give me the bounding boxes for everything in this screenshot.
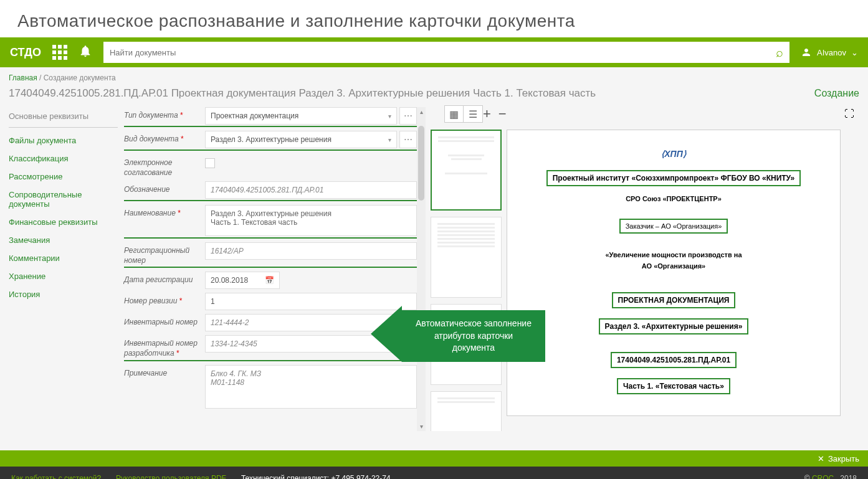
close-icon: ✕ xyxy=(818,454,824,463)
grid-view-button[interactable]: ▦ xyxy=(445,106,464,122)
chevron-down-icon: ⌄ xyxy=(851,48,858,57)
invdev-label: Инвентарный номер разработчика xyxy=(124,339,198,358)
regdate-label: Дата регистрации xyxy=(124,272,205,285)
kind-label: Вид документа xyxy=(124,135,179,143)
close-label: Закрыть xyxy=(828,454,859,463)
page-thumbnails xyxy=(426,107,507,431)
preview-org2: СРО Союз «ПРОЕКТЦЕНТР» xyxy=(532,195,815,202)
sidebar-item-remarks[interactable]: Замечания xyxy=(9,231,118,249)
code-input[interactable]: 17404049.4251005.281.ПД.АР.01 xyxy=(205,181,417,199)
regnum-label: Регистрационный номер xyxy=(124,242,205,265)
eapprove-label: Электронное согласование xyxy=(124,154,205,178)
sidebar-item-main[interactable]: Основные реквизиты xyxy=(9,107,118,128)
type-more-button[interactable]: ⋯ xyxy=(399,107,417,125)
form-column: Тип документа * Проектная документация▾ … xyxy=(118,107,417,431)
list-view-button[interactable]: ☰ xyxy=(464,106,482,122)
document-status: Создание xyxy=(814,88,859,99)
footer-support: Технический специалист: +7 495 974-22-74 xyxy=(241,474,391,479)
callout: Автоматическое заполнение атрибутов карт… xyxy=(402,310,545,362)
view-toggle: ▦ ☰ xyxy=(444,105,483,123)
apps-launcher-icon[interactable] xyxy=(52,45,67,60)
breadcrumb-current: Создание документа xyxy=(44,74,116,82)
search-icon[interactable]: ⌕ xyxy=(776,45,783,60)
notifications-icon[interactable] xyxy=(79,44,92,60)
user-name: AIvanov xyxy=(817,48,846,57)
preview-doctype: ПРОЕКТНАЯ ДОКУМЕНТАЦИЯ xyxy=(612,292,736,308)
name-textarea[interactable]: Раздел 3. Архитектурные решения Часть 1.… xyxy=(205,205,417,236)
calendar-icon[interactable]: 📅 xyxy=(265,276,274,285)
form-scrollbar[interactable]: ▴ ▾ xyxy=(417,107,426,431)
sidebar-item-accompanying[interactable]: Сопроводительные документы xyxy=(9,186,118,213)
thumbnail-page-4[interactable] xyxy=(431,391,502,431)
rev-label: Номер ревизии xyxy=(124,296,177,305)
page-title: Автоматическое распознавание и заполнени… xyxy=(0,0,868,37)
chevron-down-icon: ▾ xyxy=(388,113,391,120)
search-box: ⌕ xyxy=(103,42,789,63)
code-label: Обозначение xyxy=(124,181,205,195)
fullscreen-icon[interactable]: ⛶ xyxy=(844,108,854,120)
close-bar[interactable]: ✕ Закрыть xyxy=(0,450,868,467)
inv-label: Инвентарный номер xyxy=(124,314,205,328)
preview-customer: Заказчик – АО «Организация» xyxy=(619,219,728,234)
footer-manual-link[interactable]: Руководство пользователя PDF xyxy=(116,474,226,479)
preview-column: ▦ ☰ + − ⛶ ⟨ХПП⟩ Проектный институт «Союз… xyxy=(426,107,859,431)
org-logo-icon: ⟨ХПП⟩ xyxy=(532,149,815,159)
sidebar-item-finance[interactable]: Финансовые реквизиты xyxy=(9,213,118,231)
scroll-down-icon[interactable]: ▾ xyxy=(417,423,426,430)
user-menu[interactable]: AIvanov ⌄ xyxy=(801,47,858,58)
preview-page: ⟨ХПП⟩ Проектный институт «Союзхимпромпро… xyxy=(507,130,841,416)
app-header: СТДО ⌕ AIvanov ⌄ xyxy=(0,37,868,67)
sidebar-item-classification[interactable]: Классификация xyxy=(9,149,118,168)
sidebar-item-review[interactable]: Рассмотрение xyxy=(9,168,118,186)
search-input[interactable] xyxy=(110,48,776,57)
thumbnail-page-2[interactable] xyxy=(431,217,502,298)
sidebar: Основные реквизиты Файлы документа Класс… xyxy=(9,107,118,431)
regnum-input[interactable]: 16142/АР xyxy=(205,242,417,260)
preview-section: Раздел 3. «Архитектурные решения» xyxy=(599,318,749,334)
preview-title1: «Увеличение мощности производств на xyxy=(532,251,815,258)
sidebar-item-files[interactable]: Файлы документа xyxy=(9,131,118,149)
scroll-thumb[interactable] xyxy=(418,126,424,201)
type-label: Тип документа xyxy=(124,111,178,120)
app-logo: СТДО xyxy=(10,46,41,59)
app-body: Главная / Создание документа 17404049.42… xyxy=(0,67,868,450)
footer: Как работать с системой? Руководство пол… xyxy=(0,467,868,479)
preview-part: Часть 1. «Текстовая часть» xyxy=(617,378,730,394)
type-select[interactable]: Проектная документация▾ xyxy=(205,107,397,125)
eapprove-checkbox[interactable] xyxy=(205,158,215,168)
footer-copyright: © CROC , 2018 xyxy=(804,474,857,479)
footer-howto-link[interactable]: Как работать с системой? xyxy=(11,474,101,479)
preview-title2: АО «Организация» xyxy=(532,262,815,270)
chevron-down-icon: ▾ xyxy=(388,136,391,143)
preview-code: 17404049.4251005.281.ПД.АР.01 xyxy=(611,352,737,368)
note-label: Примечание xyxy=(124,365,205,379)
regdate-input[interactable]: 20.08.2018📅 xyxy=(205,272,280,289)
kind-select[interactable]: Раздел 3. Архитектурные решения▾ xyxy=(205,131,397,148)
scroll-up-icon[interactable]: ▴ xyxy=(417,108,426,115)
breadcrumb-home[interactable]: Главная xyxy=(9,74,37,82)
footer-croc-link[interactable]: CROC xyxy=(812,474,834,479)
sidebar-item-storage[interactable]: Хранение xyxy=(9,267,118,285)
sidebar-item-comments[interactable]: Комментарии xyxy=(9,249,118,267)
breadcrumb: Главная / Создание документа xyxy=(9,74,859,82)
document-title: 17404049.4251005.281.ПД.АР.01 Проектная … xyxy=(9,87,596,100)
sidebar-item-history[interactable]: История xyxy=(9,285,118,303)
callout-text: Автоматическое заполнение атрибутов карт… xyxy=(402,310,545,362)
kind-more-button[interactable]: ⋯ xyxy=(399,131,417,148)
thumbnail-page-1[interactable] xyxy=(431,130,502,211)
callout-arrow-icon xyxy=(371,306,402,362)
document-preview: ⟨ХПП⟩ Проектный институт «Союзхимпромпро… xyxy=(507,107,859,431)
zoom-out-button[interactable]: − xyxy=(498,106,507,122)
preview-org1: Проектный институт «Союзхимпромпроект» Ф… xyxy=(546,170,801,186)
name-label: Наименование xyxy=(124,209,176,217)
note-textarea[interactable]: Блко 4. ГК. МЗ М01-1148 xyxy=(205,365,417,409)
zoom-in-button[interactable]: + xyxy=(483,106,491,122)
